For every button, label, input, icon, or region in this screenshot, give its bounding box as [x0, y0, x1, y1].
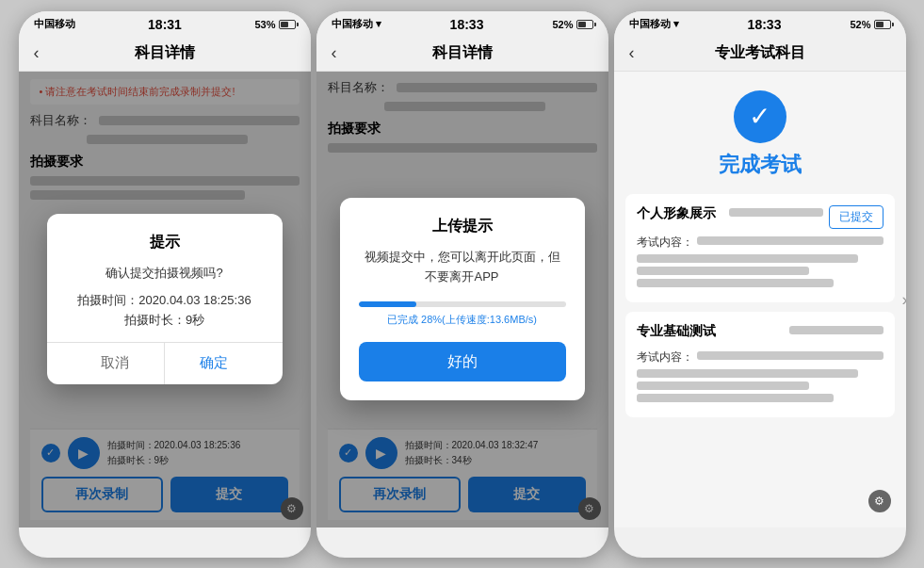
card2-title: 专业基础测试	[637, 323, 716, 340]
upload-dialog: 上传提示 视频提交中，您可以离开此页面，但不要离开APP 已完成 28%(上传速…	[340, 198, 585, 401]
check-circle-big: ✓	[734, 90, 786, 143]
right-icons-1: 53%	[254, 19, 295, 30]
carrier-1: 中国移动	[34, 17, 75, 31]
upload-desc: 视频提交中，您可以离开此页面，但不要离开APP	[359, 248, 566, 287]
battery-icon-1	[279, 20, 296, 29]
alert-buttons-1: 取消 确定	[66, 343, 264, 384]
right-icons-2: 52%	[552, 19, 592, 30]
nav-title-3: 专业考试科目	[715, 43, 805, 63]
alert-overlay-1: 提示 确认提交拍摄视频吗? 拍摄时间：2020.04.03 18:25:36 拍…	[19, 72, 311, 527]
progress-text: 已完成 28%(上传速度:13.6MB/s)	[359, 313, 566, 327]
upload-overlay: 上传提示 视频提交中，您可以离开此页面，但不要离开APP 已完成 28%(上传速…	[316, 72, 608, 527]
exam-content-row-1: 考试内容：	[637, 235, 883, 251]
battery-text-2: 52%	[552, 19, 573, 30]
exam-content-row-2: 考试内容：	[637, 349, 883, 365]
back-button-1[interactable]: ‹	[34, 43, 40, 63]
status-bar-2: 中国移动 ▾ 18:33 52%	[316, 11, 608, 36]
phone-2: 中国移动 ▾ 18:33 52% ‹ 科目详情 科目名称： 拍摄要求	[316, 11, 608, 558]
alert-box-1: 提示 确认提交拍摄视频吗? 拍摄时间：2020.04.03 18:25:36 拍…	[47, 214, 283, 383]
nav-bar-1: ‹ 科目详情	[19, 36, 311, 72]
subject-card-2: 专业基础测试 考试内容：	[625, 312, 895, 417]
cancel-button-1[interactable]: 取消	[66, 343, 166, 384]
exam-content-bar-2	[697, 351, 883, 360]
submitted-badge: 已提交	[829, 205, 883, 229]
back-button-3[interactable]: ‹	[629, 43, 635, 63]
confirm-button-1[interactable]: 确定	[165, 343, 264, 384]
card1-title: 个人形象展示	[637, 205, 716, 222]
gear-icon-3[interactable]: ⚙	[868, 490, 891, 512]
completion-title: 完成考试	[719, 151, 802, 179]
carrier-2: 中国移动 ▾	[332, 17, 381, 31]
right-arrow-icon[interactable]: ›	[902, 289, 906, 309]
right-icons-3: 52%	[850, 19, 890, 30]
progress-bar-fill	[359, 301, 417, 307]
ok-button[interactable]: 好的	[359, 342, 566, 381]
phone-3: 中国移动 ▾ 18:33 52% ‹ 专业考试科目 ✓ 完成考试 个人	[614, 11, 906, 558]
status-bar-3: 中国移动 ▾ 18:33 52%	[614, 11, 906, 36]
progress-bar-wrap	[359, 301, 566, 307]
upload-title: 上传提示	[359, 217, 566, 236]
subject-card-1: 个人形象展示 已提交 考试内容：	[625, 194, 895, 302]
battery-icon-3	[874, 20, 891, 29]
battery-text-1: 53%	[254, 19, 275, 30]
alert-title-1: 提示	[66, 233, 264, 252]
alert-body-1: 确认提交拍摄视频吗? 拍摄时间：2020.04.03 18:25:36 拍摄时长…	[66, 264, 264, 330]
battery-text-3: 52%	[850, 19, 870, 30]
nav-bar-2: ‹ 科目详情	[316, 36, 608, 72]
nav-title-2: 科目详情	[432, 43, 493, 63]
status-bar-1: 中国移动 18:31 53%	[19, 11, 311, 36]
nav-title-1: 科目详情	[135, 43, 195, 63]
battery-icon-2	[576, 20, 593, 29]
exam-content-bar-1	[697, 236, 883, 245]
time-3: 18:33	[748, 17, 782, 32]
back-button-2[interactable]: ‹	[332, 43, 337, 63]
carrier-3: 中国移动 ▾	[629, 17, 679, 31]
nav-bar-3: ‹ 专业考试科目	[614, 36, 906, 72]
completion-header: ✓ 完成考试	[614, 72, 906, 194]
phone-1: 中国移动 18:31 53% ‹ 科目详情 请注意在考试时间结束前完成录制并提交…	[19, 11, 311, 558]
time-2: 18:33	[450, 17, 484, 32]
time-1: 18:31	[148, 17, 182, 32]
